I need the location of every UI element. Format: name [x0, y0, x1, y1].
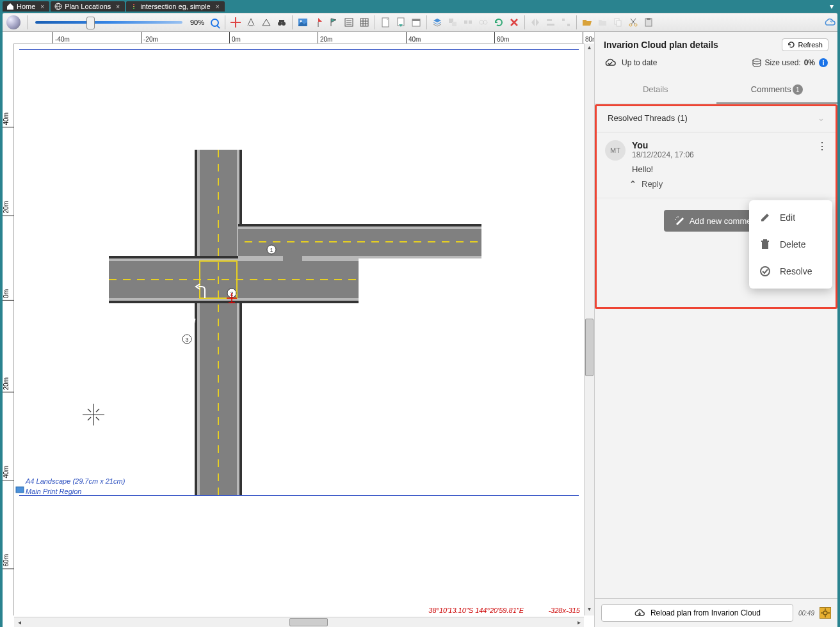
list-icon[interactable] — [342, 15, 356, 29]
delete-icon[interactable] — [507, 15, 521, 29]
tab-bar: Home × Plan Locations × intersection eg,… — [0, 0, 840, 13]
comment-context-menu: Edit Delete Resolve — [749, 200, 832, 289]
align-icon[interactable] — [544, 15, 558, 29]
link-icon[interactable] — [476, 15, 490, 29]
page-icon[interactable] — [378, 15, 392, 29]
svg-point-21 — [483, 20, 487, 24]
ungroup-icon[interactable] — [446, 15, 460, 29]
svg-line-62 — [88, 409, 91, 412]
comment-body: Hello! — [605, 161, 827, 177]
svg-point-67 — [753, 59, 761, 61]
svg-rect-25 — [567, 24, 570, 26]
distribute-icon[interactable] — [559, 15, 573, 29]
tab-label: intersection eg, simple — [140, 3, 210, 10]
svg-rect-45 — [238, 224, 481, 226]
svg-rect-19 — [469, 20, 472, 24]
image-icon[interactable] — [296, 15, 310, 29]
zoom-slider[interactable] — [35, 21, 182, 24]
svg-line-63 — [96, 417, 99, 420]
clipboard-icon[interactable] — [642, 15, 656, 29]
flip-h-icon[interactable] — [528, 15, 542, 29]
svg-text:1: 1 — [270, 247, 273, 253]
scroll-up-icon[interactable]: ▴ — [585, 44, 594, 54]
tab-intersection[interactable]: intersection eg, simple × — [126, 1, 224, 12]
scrollbar-vertical[interactable]: ▴ ▾ — [584, 44, 594, 615]
svg-rect-17 — [452, 22, 456, 26]
menu-delete[interactable]: Delete — [749, 231, 832, 258]
reload-plan-button[interactable]: Reload plan from Invarion Cloud — [601, 604, 793, 622]
ruler-tick: 40m — [3, 466, 14, 480]
resolved-threads-header[interactable]: Resolved Threads (1) ⌄ — [595, 104, 837, 132]
gear-icon[interactable] — [820, 607, 831, 619]
menu-resolve[interactable]: Resolve — [749, 258, 832, 285]
tab-plan-locations[interactable]: Plan Locations × — [51, 1, 125, 12]
sync-status: Up to date — [622, 58, 657, 67]
compass-icon[interactable] — [244, 15, 258, 29]
ruler-tick: 0m — [3, 289, 14, 301]
ruler-tick: 40m — [3, 113, 14, 127]
scroll-right-icon[interactable]: ▸ — [574, 617, 584, 627]
drawing-canvas[interactable]: 1 2 3 — [14, 44, 584, 615]
close-icon[interactable]: × — [116, 3, 120, 10]
tab-details[interactable]: Details — [595, 77, 716, 104]
comment-date: 18/12/2024, 17:06 — [632, 150, 811, 159]
scroll-thumb[interactable] — [289, 618, 328, 626]
ruler-vertical: 40m 20m 0m 20m 40m 60m — [3, 44, 14, 615]
elapsed-time: 00:49 — [798, 610, 814, 617]
triangle-icon[interactable] — [259, 15, 273, 29]
scroll-thumb[interactable] — [585, 319, 594, 376]
menu-edit[interactable]: Edit — [749, 204, 832, 231]
scroll-left-icon[interactable]: ◂ — [14, 617, 24, 627]
layers-icon[interactable] — [430, 15, 444, 29]
minimize-icon[interactable]: ▾ — [830, 2, 834, 11]
region-label: Main Print Region — [26, 488, 81, 495]
svg-rect-23 — [547, 24, 554, 26]
avatar: MT — [605, 140, 626, 161]
svg-rect-18 — [464, 20, 467, 24]
calendar-icon[interactable] — [409, 15, 423, 29]
cloud-sync-icon[interactable] — [823, 15, 837, 29]
reply-button[interactable]: ⌃ Reply — [605, 177, 827, 195]
folder-open-icon[interactable] — [580, 15, 594, 29]
toolbar: 90% — [3, 13, 837, 32]
svg-point-74 — [823, 611, 827, 615]
binoculars-icon[interactable] — [275, 15, 289, 29]
page-down-icon[interactable] — [394, 15, 408, 29]
close-icon[interactable]: × — [40, 3, 44, 10]
size-label: Size used: — [765, 58, 801, 67]
close-icon[interactable]: × — [216, 3, 220, 10]
svg-rect-33 — [197, 150, 200, 495]
crosshair-icon[interactable] — [229, 15, 243, 29]
copy-icon[interactable] — [611, 15, 625, 29]
trash-icon — [759, 239, 771, 250]
flag-icon[interactable] — [327, 15, 341, 29]
tab-label: Plan Locations — [65, 3, 111, 10]
refresh-icon[interactable] — [492, 15, 506, 29]
comment-thread: MT You 18/12/2024, 17:06 ⋮ Hello! ⌃ Repl… — [595, 132, 837, 198]
ruler-tick: 60m — [3, 554, 14, 569]
svg-rect-22 — [547, 19, 552, 21]
chevron-down-icon: ⌄ — [818, 113, 825, 123]
svg-rect-35 — [195, 150, 197, 495]
svg-rect-24 — [562, 19, 565, 21]
globe-tool-icon[interactable] — [6, 15, 20, 29]
refresh-button[interactable]: Refresh — [782, 38, 828, 51]
kebab-menu-icon[interactable]: ⋮ — [817, 140, 827, 152]
marker-icon[interactable] — [311, 15, 325, 29]
scroll-down-icon[interactable]: ▾ — [585, 605, 594, 615]
cut-icon[interactable] — [626, 15, 640, 29]
zoom-search-icon[interactable] — [207, 15, 222, 29]
page-size-label: A4 Landscape (29.7cm x 21cm) — [26, 477, 125, 485]
ruler-tick: 60m — [494, 32, 509, 44]
tab-comments[interactable]: Comments1 — [716, 77, 838, 104]
svg-rect-34 — [237, 150, 239, 495]
svg-rect-36 — [239, 150, 242, 495]
tab-home[interactable]: Home × — [3, 1, 49, 12]
svg-rect-46 — [283, 246, 302, 264]
info-icon[interactable]: i — [818, 58, 828, 68]
scrollbar-horizontal[interactable]: ◂ ▸ — [14, 617, 584, 627]
group-icon[interactable] — [461, 15, 475, 29]
grid-icon[interactable] — [357, 15, 371, 29]
folder-icon[interactable] — [595, 15, 610, 29]
svg-text:3: 3 — [185, 337, 188, 343]
